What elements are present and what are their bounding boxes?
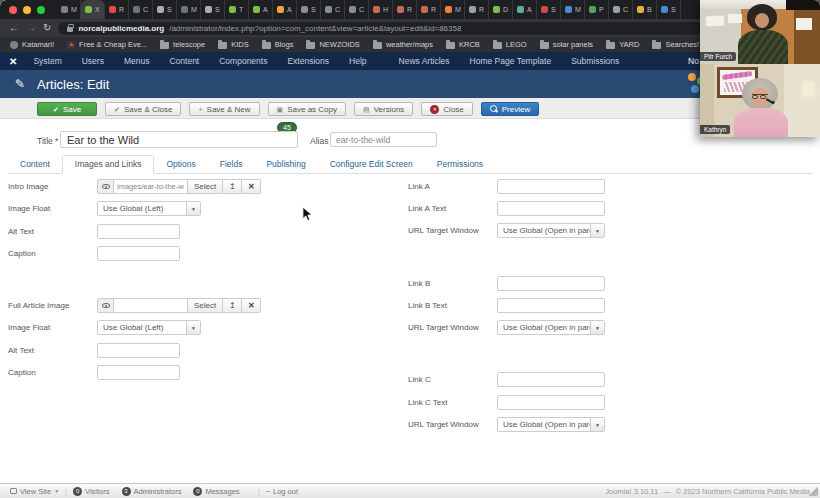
participant-video-2[interactable]: Kathryn: [700, 64, 820, 137]
browser-tab[interactable]: H: [369, 0, 393, 19]
browser-tab[interactable]: P: [585, 0, 609, 19]
toolbar-button[interactable]: ✕ Close: [421, 102, 472, 116]
caption-input-2[interactable]: [97, 365, 180, 380]
bookmark-item[interactable]: telescope: [160, 40, 205, 49]
intro-image-input[interactable]: [114, 179, 188, 194]
preview-eye-button[interactable]: [97, 179, 114, 194]
tab-images-and-links[interactable]: Images and Links: [62, 155, 155, 174]
admin-menu-item[interactable]: Components: [209, 56, 277, 66]
bookmark-item[interactable]: Searches!: [652, 40, 699, 49]
back-icon[interactable]: ←: [9, 23, 19, 33]
admin-menu-item[interactable]: System: [23, 56, 71, 66]
full-image-select-button[interactable]: Select: [188, 298, 223, 313]
admin-menu-item[interactable]: News Articles: [389, 56, 460, 66]
close-window-button[interactable]: [9, 6, 17, 14]
intro-image-upload-button[interactable]: ↥: [223, 179, 242, 194]
view-site-button[interactable]: View Site ▼: [10, 487, 59, 496]
browser-tab[interactable]: T: [225, 0, 249, 19]
browser-tab[interactable]: R: [465, 0, 489, 19]
toolbar-button[interactable]: ✔ Save: [37, 102, 97, 116]
browser-tab[interactable]: S: [537, 0, 561, 19]
browser-tab[interactable]: S: [153, 0, 177, 19]
admin-menu-item[interactable]: Content: [159, 56, 209, 66]
tab-configure-edit-screen[interactable]: Configure Edit Screen: [318, 156, 425, 173]
browser-tab[interactable]: C: [345, 0, 369, 19]
tab-permissions[interactable]: Permissions: [425, 156, 495, 173]
bookmark-item[interactable]: YARD: [606, 40, 639, 49]
bookmark-item[interactable]: Blogs: [262, 40, 294, 49]
toolbar-button[interactable]: ▣ Save as Copy: [268, 102, 346, 116]
bookmark-item[interactable]: Katamari!: [10, 40, 54, 49]
browser-tab[interactable]: A: [273, 0, 297, 19]
bookmark-item[interactable]: solar panels: [540, 40, 593, 49]
participant-video-1[interactable]: Pitr Furch: [700, 0, 820, 64]
browser-tab[interactable]: R: [417, 0, 441, 19]
browser-tab[interactable]: A: [513, 0, 537, 19]
browser-tab[interactable]: C: [609, 0, 633, 19]
link-b-text-input[interactable]: [497, 298, 605, 313]
status-stat-item[interactable]: 0 Visitors: [73, 487, 109, 496]
image-float-select-1[interactable]: Use Global (Left) ▼: [97, 201, 201, 216]
bookmark-item[interactable]: weather/maps: [373, 40, 433, 49]
browser-tab[interactable]: X: [81, 0, 105, 19]
alt-text-input-2[interactable]: [97, 343, 180, 358]
logout-button[interactable]: − Log out: [266, 487, 298, 496]
reload-icon[interactable]: ↻: [43, 23, 51, 33]
browser-tab[interactable]: S: [657, 0, 681, 19]
browser-tab[interactable]: C: [129, 0, 153, 19]
zoom-window-button[interactable]: [37, 6, 45, 14]
image-float-select-2[interactable]: Use Global (Left) ▼: [97, 320, 201, 335]
toolbar-button[interactable]: + Save & New: [189, 102, 259, 116]
link-b-input[interactable]: [497, 276, 605, 291]
tab-fields[interactable]: Fields: [208, 156, 255, 173]
url-target-select-c[interactable]: Use Global (Open in parent w... ▼: [497, 417, 605, 432]
bookmark-item[interactable]: KRCB: [446, 40, 480, 49]
intro-image-select-button[interactable]: Select: [188, 179, 223, 194]
toolbar-button[interactable]: ✔ Save & Close: [105, 102, 181, 116]
browser-tab[interactable]: M: [441, 0, 465, 19]
status-stat-item[interactable]: 0 Messages: [193, 487, 239, 496]
admin-menu-item[interactable]: Menus: [114, 56, 160, 66]
browser-tab[interactable]: R: [393, 0, 417, 19]
preview-eye-button-2[interactable]: [97, 298, 114, 313]
intro-image-clear-button[interactable]: ✕: [242, 179, 261, 194]
browser-tab[interactable]: M: [561, 0, 585, 19]
alt-text-input-1[interactable]: [97, 224, 180, 239]
title-input[interactable]: [60, 131, 298, 148]
browser-tab[interactable]: C: [321, 0, 345, 19]
admin-menu-item[interactable]: Users: [72, 56, 114, 66]
browser-tab[interactable]: D: [489, 0, 513, 19]
admin-menu-item[interactable]: Help: [339, 56, 376, 66]
bookmark-item[interactable]: LEGO: [493, 40, 527, 49]
browser-tab[interactable]: A: [249, 0, 273, 19]
minimize-window-button[interactable]: [23, 6, 31, 14]
link-c-input[interactable]: [497, 372, 605, 387]
admin-menu-item[interactable]: Extensions: [277, 56, 339, 66]
browser-tab[interactable]: S: [297, 0, 321, 19]
link-a-text-input[interactable]: [497, 201, 605, 216]
browser-tab[interactable]: M: [177, 0, 201, 19]
url-target-select-b[interactable]: Use Global (Open in parent w... ▼: [497, 320, 605, 335]
full-image-upload-button[interactable]: ↥: [223, 298, 242, 313]
admin-menu-item[interactable]: Submissions: [561, 56, 629, 66]
browser-tab[interactable]: B: [633, 0, 657, 19]
bookmark-item[interactable]: KIDS: [218, 40, 249, 49]
bookmark-item[interactable]: Free & Cheap Eve...: [67, 40, 147, 49]
status-stat-item[interactable]: 3 Administrators: [122, 487, 182, 496]
tab-content[interactable]: Content: [8, 156, 62, 173]
forward-icon[interactable]: →: [26, 23, 36, 33]
toolbar-button[interactable]: ▤ Versions: [354, 102, 413, 116]
full-image-input[interactable]: [114, 298, 188, 313]
tab-publishing[interactable]: Publishing: [254, 156, 317, 173]
alias-input[interactable]: [330, 132, 437, 147]
url-field[interactable]: norcalpublicmedia.org /administrator/ind…: [58, 22, 703, 35]
browser-tab[interactable]: R: [105, 0, 129, 19]
browser-tab[interactable]: M: [57, 0, 81, 19]
bookmark-item[interactable]: NEWZOIDS: [306, 40, 359, 49]
admin-menu-item[interactable]: Home Page Template: [460, 56, 562, 66]
link-a-input[interactable]: [497, 179, 605, 194]
link-c-text-input[interactable]: [497, 395, 605, 410]
browser-tab[interactable]: S: [201, 0, 225, 19]
tab-options[interactable]: Options: [154, 156, 207, 173]
caption-input-1[interactable]: [97, 246, 180, 261]
